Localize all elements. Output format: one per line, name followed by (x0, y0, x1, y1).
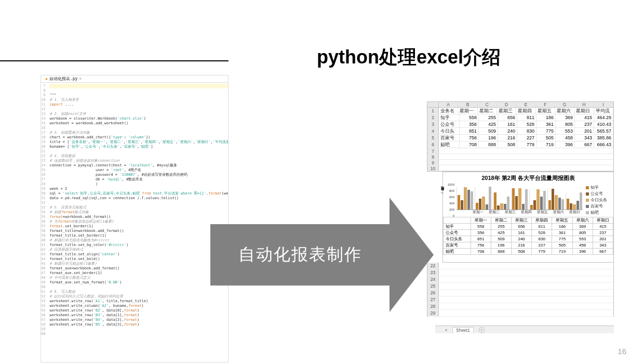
cell[interactable]: 396 (556, 141, 575, 148)
code-content[interactable]: 自动报表excel数据及报分图 """# 1. 导入相关库import ....… (47, 83, 229, 336)
cell[interactable]: 425 (479, 121, 498, 127)
header-cell[interactable]: 星期日 (574, 108, 594, 114)
cell[interactable]: 779 (517, 141, 536, 148)
bar-group (529, 189, 546, 210)
cell[interactable]: 240 (498, 128, 517, 134)
cell[interactable]: 415 (575, 114, 594, 121)
sheet-tab-label[interactable]: Sheet1 (452, 327, 474, 333)
cell[interactable]: 237 (575, 121, 594, 127)
row-header[interactable]: 9 (427, 160, 439, 165)
cell[interactable]: 505 (536, 135, 556, 141)
cell[interactable]: 888 (479, 141, 498, 148)
row-header[interactable]: 29 (427, 310, 439, 316)
cell[interactable]: 528 (517, 121, 536, 127)
header-cell[interactable]: 平均流量 (594, 108, 613, 114)
header-cell[interactable]: 星期一 (458, 108, 477, 114)
cell[interactable]: 361 (536, 121, 556, 127)
cell[interactable]: 553 (556, 128, 575, 134)
add-sheet-icon[interactable]: + (479, 327, 485, 333)
chart-table-row: 贴吧708888508779719396667 (444, 249, 613, 255)
row-header[interactable]: 10 (427, 165, 439, 171)
cell[interactable]: 216 (498, 135, 517, 141)
col-header[interactable]: C (478, 102, 497, 107)
cell[interactable]: 508 (498, 141, 517, 148)
cell[interactable]: 今日头条 (439, 128, 460, 134)
row-header[interactable]: 2 (427, 114, 439, 121)
row-header[interactable]: 26 (427, 290, 439, 296)
cell[interactable]: 369 (556, 114, 575, 121)
sheet-tabbar: ◂ Sheet1 + (435, 326, 614, 333)
bar (533, 200, 536, 210)
row-header[interactable]: 7 (427, 148, 439, 153)
cell[interactable]: 458 (556, 135, 575, 141)
header-cell[interactable]: 星期六 (555, 108, 574, 114)
cell[interactable]: 558 (460, 114, 479, 121)
cell[interactable]: 830 (517, 128, 536, 134)
row-header[interactable]: 25 (427, 283, 439, 289)
close-icon[interactable]: × (79, 76, 82, 81)
cell[interactable]: 756 (460, 135, 479, 141)
cell[interactable]: 656 (498, 114, 517, 121)
col-header[interactable]: B (458, 102, 477, 107)
row-header[interactable]: 5 (427, 135, 439, 141)
row-header[interactable]: 6 (427, 141, 439, 148)
col-header[interactable]: F (536, 102, 555, 107)
cell[interactable]: 公众号 (439, 121, 460, 127)
header-cell[interactable]: 星期二 (478, 108, 497, 114)
cell[interactable]: 255 (479, 114, 498, 121)
cell[interactable]: 851 (460, 128, 479, 134)
cell[interactable]: 356 (460, 121, 479, 127)
select-all-corner[interactable] (427, 102, 439, 107)
row-header[interactable]: 22 (427, 263, 439, 269)
row-header[interactable]: 1 (427, 108, 439, 114)
cell[interactable]: 161 (498, 121, 517, 127)
cell[interactable]: 百家号 (439, 135, 460, 141)
cell[interactable]: 201 (575, 128, 594, 134)
col-header[interactable]: D (497, 102, 516, 107)
cell[interactable]: 719 (536, 141, 556, 148)
row-header[interactable]: 4 (427, 128, 439, 134)
cell[interactable]: 227 (517, 135, 536, 141)
col-header[interactable]: I (594, 102, 613, 107)
bar (576, 201, 579, 210)
cell[interactable]: 509 (479, 128, 498, 134)
cell[interactable]: 811 (517, 114, 536, 121)
cell[interactable]: 贴吧 (439, 141, 460, 148)
cell[interactable]: 186 (536, 114, 556, 121)
header-cell[interactable]: 星期五 (536, 108, 555, 114)
cell[interactable]: 知乎 (439, 114, 460, 121)
header-cell[interactable]: 业务名称 (439, 108, 458, 114)
cell[interactable]: 805 (556, 121, 575, 127)
col-header[interactable]: E (516, 102, 535, 107)
legend-item: 知乎 (586, 185, 612, 190)
row-header[interactable]: 8 (427, 154, 439, 159)
cell[interactable]: 708 (460, 141, 479, 148)
row-header[interactable]: 27 (427, 296, 439, 303)
header-cell[interactable]: 星期四 (516, 108, 535, 114)
col-header[interactable]: H (574, 102, 594, 107)
cell[interactable]: 196 (479, 135, 498, 141)
cell[interactable]: 385.86 (594, 135, 613, 141)
cell[interactable]: 343 (575, 135, 594, 141)
cell[interactable]: 565.57 (594, 128, 613, 134)
header-cell[interactable]: 星期三 (497, 108, 516, 114)
bar (476, 203, 478, 210)
cell[interactable]: 464.29 (594, 114, 613, 121)
col-header[interactable]: A (439, 102, 458, 107)
row-header[interactable]: 23 (427, 269, 439, 276)
chart-data-table: 星期一星期二星期三星期四星期五星期六星期日知乎55825565681118636… (443, 217, 613, 255)
cell[interactable]: 775 (536, 128, 556, 134)
row-header[interactable]: 24 (427, 276, 439, 282)
editor-tab[interactable]: ◆ 自动化报表.py × (45, 76, 82, 82)
table-row: 1业务名称星期一星期二星期三星期四星期五星期六星期日平均流量 (427, 108, 613, 114)
cell[interactable]: 667 (575, 141, 594, 148)
col-header[interactable]: G (555, 102, 574, 107)
chart-table-row: 百家号756196216227505458343 (444, 242, 613, 249)
xtick: 星期二 (486, 210, 502, 215)
row-header[interactable]: 3 (427, 121, 439, 127)
legend-item: 贴吧 (586, 210, 612, 215)
row-header[interactable]: 28 (427, 303, 439, 309)
cell[interactable]: 410.43 (594, 121, 613, 127)
cell[interactable]: 666.43 (594, 141, 613, 148)
sheet-prev-icon[interactable]: ◂ (445, 327, 447, 332)
